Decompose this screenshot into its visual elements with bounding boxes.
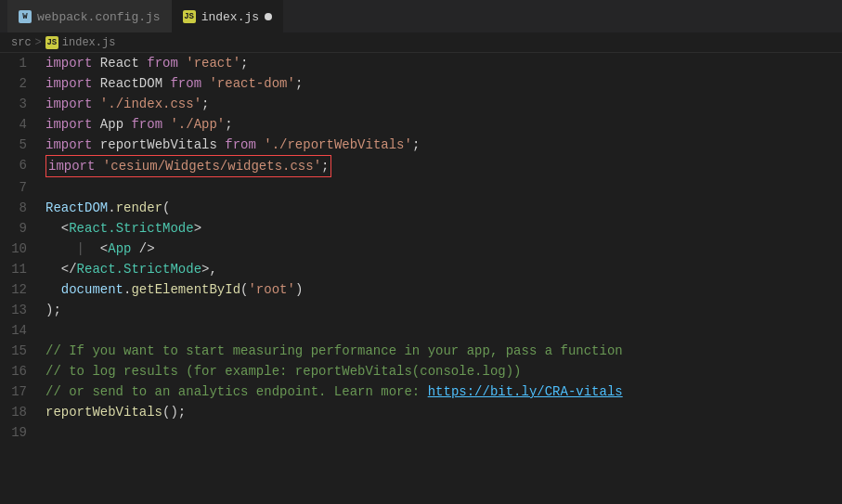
line-content-18: reportWebVitals(); xyxy=(42,402,842,422)
line-content-2: import ReactDOM from 'react-dom'; xyxy=(42,73,842,94)
line-content-7 xyxy=(42,177,842,198)
line-num-4: 4 xyxy=(0,114,42,135)
code-line-1: 1 import React from 'react'; xyxy=(0,53,842,73)
line-num-18: 18 xyxy=(0,402,42,422)
line-content-5: import reportWebVitals from './reportWeb… xyxy=(42,135,842,155)
code-line-5: 5 import reportWebVitals from './reportW… xyxy=(0,135,842,155)
line-content-8: ReactDOM.render( xyxy=(42,198,842,218)
tab-index[interactable]: JS index.js xyxy=(172,0,283,32)
line-num-3: 3 xyxy=(0,94,42,114)
breadcrumb-sep1: > xyxy=(35,36,42,49)
line-num-12: 12 xyxy=(0,279,42,300)
line-content-16: // to log results (for example: reportWe… xyxy=(42,361,842,381)
line-num-19: 19 xyxy=(0,422,42,443)
line-content-10: | <App /> xyxy=(42,239,842,259)
line-num-5: 5 xyxy=(0,135,42,155)
line-content-1: import React from 'react'; xyxy=(42,53,842,73)
editor: 1 import React from 'react'; 2 import Re… xyxy=(0,53,842,504)
line-content-6: import 'cesium/Widgets/widgets.css'; xyxy=(42,155,842,177)
line-content-13: ); xyxy=(42,300,842,320)
code-line-18: 18 reportWebVitals(); xyxy=(0,402,842,422)
code-line-2: 2 import ReactDOM from 'react-dom'; xyxy=(0,73,842,94)
code-line-10: 10 | <App /> xyxy=(0,239,842,259)
unsaved-indicator xyxy=(265,13,272,20)
line-content-19 xyxy=(42,422,842,443)
code-line-12: 12 document.getElementById('root') xyxy=(0,279,842,300)
code-line-16: 16 // to log results (for example: repor… xyxy=(0,361,842,381)
code-line-17: 17 // or send to an analytics endpoint. … xyxy=(0,381,842,402)
line-num-7: 7 xyxy=(0,177,42,198)
line-num-9: 9 xyxy=(0,218,42,239)
code-line-6: 6 import 'cesium/Widgets/widgets.css'; xyxy=(0,155,842,177)
line-num-1: 1 xyxy=(0,53,42,73)
breadcrumb-js-icon: JS xyxy=(45,36,58,49)
code-line-7: 7 xyxy=(0,177,842,198)
breadcrumb-filename: index.js xyxy=(62,36,116,49)
code-line-15: 15 // If you want to start measuring per… xyxy=(0,341,842,361)
line-num-11: 11 xyxy=(0,259,42,279)
webpack-icon: W xyxy=(19,10,32,23)
line-num-2: 2 xyxy=(0,73,42,94)
code-line-11: 11 </React.StrictMode>, xyxy=(0,259,842,279)
line-num-15: 15 xyxy=(0,341,42,361)
line-content-17: // or send to an analytics endpoint. Lea… xyxy=(42,381,842,402)
line-content-15: // If you want to start measuring perfor… xyxy=(42,341,842,361)
breadcrumb: src > JS index.js xyxy=(0,32,842,53)
line-content-14 xyxy=(42,320,842,341)
line-content-4: import App from './App'; xyxy=(42,114,842,135)
breadcrumb-src: src xyxy=(11,36,32,49)
tab-index-label: index.js xyxy=(201,10,259,24)
line-content-11: </React.StrictMode>, xyxy=(42,259,842,279)
line-content-12: document.getElementById('root') xyxy=(42,279,842,300)
code-line-8: 8 ReactDOM.render( xyxy=(0,198,842,218)
line-num-17: 17 xyxy=(0,381,42,402)
line-num-6: 6 xyxy=(0,155,42,175)
code-line-13: 13 ); xyxy=(0,300,842,320)
code-line-3: 3 import './index.css'; xyxy=(0,94,842,114)
code-line-9: 9 <React.StrictMode> xyxy=(0,218,842,239)
line-content-3: import './index.css'; xyxy=(42,94,842,114)
line-num-13: 13 xyxy=(0,300,42,320)
code-line-19: 19 xyxy=(0,422,842,443)
code-line-14: 14 xyxy=(0,320,842,341)
line-num-8: 8 xyxy=(0,198,42,218)
tab-webpack-label: webpack.config.js xyxy=(37,10,161,24)
line-content-9: <React.StrictMode> xyxy=(42,218,842,239)
line-num-14: 14 xyxy=(0,320,42,341)
title-bar: W webpack.config.js JS index.js xyxy=(0,0,842,32)
code-line-4: 4 import App from './App'; xyxy=(0,114,842,135)
tab-webpack[interactable]: W webpack.config.js xyxy=(7,0,172,32)
line-num-10: 10 xyxy=(0,239,42,259)
js-icon: JS xyxy=(183,10,196,23)
line-num-16: 16 xyxy=(0,361,42,381)
